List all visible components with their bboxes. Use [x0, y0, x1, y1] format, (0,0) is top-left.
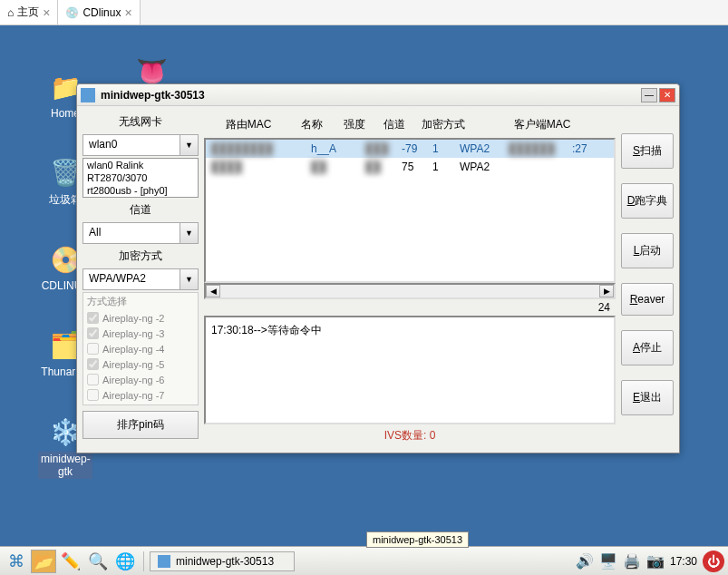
method-row: Aireplay-ng -4	[87, 341, 194, 356]
cell-signal: -79	[402, 142, 432, 155]
tongue-icon: 👅	[136, 56, 168, 86]
method-check	[87, 327, 99, 339]
nic-label: 无线网卡	[83, 112, 199, 132]
taskbar: ⌘ 📂 ✏️ 🔍 🌐 minidwep-gtk-30513 minidwep-g…	[0, 546, 728, 575]
scroll-left-icon[interactable]: ◀	[206, 285, 220, 297]
encryption-dropdown[interactable]: WPA/WPA2 ▼	[83, 268, 199, 290]
encryption-value: WPA/WPA2	[83, 269, 180, 289]
network-row[interactable]: ████████ h__A ███ -79 1 WPA2 ██████ :27	[206, 140, 614, 158]
volume-icon[interactable]: 🔊	[576, 552, 594, 570]
sort-pin-button[interactable]: 排序pin码	[83, 411, 199, 439]
row-count: 24	[204, 299, 616, 316]
th-name: 名称	[289, 117, 335, 132]
method-row: Aireplay-ng -3	[87, 326, 194, 341]
nic-option[interactable]: RT2870/3070	[83, 171, 198, 184]
reaver-button[interactable]: Reaver	[621, 283, 674, 316]
method-row: Aireplay-ng -7	[87, 387, 194, 403]
nic-value: wlan0	[83, 135, 180, 155]
task-icon	[158, 555, 170, 568]
chevron-down-icon[interactable]: ▼	[180, 223, 198, 243]
tray-icon[interactable]: 🖥️	[599, 552, 617, 570]
th-enc: 加密方式	[414, 117, 472, 132]
globe-icon[interactable]: 🌐	[112, 550, 138, 573]
method-check	[87, 374, 99, 385]
method-check	[87, 358, 99, 370]
separator	[143, 551, 144, 571]
method-label: Aireplay-ng -4	[102, 344, 164, 355]
close-icon[interactable]: ×	[43, 5, 50, 20]
window-title: minidwep-gtk-30513	[101, 89, 639, 102]
method-row: Aireplay-ng -2	[87, 310, 194, 326]
chevron-down-icon[interactable]: ▼	[180, 135, 198, 155]
tray-icon[interactable]: 🖨️	[623, 552, 641, 570]
clock[interactable]: 17:30	[670, 555, 697, 568]
taskbar-task[interactable]: minidwep-gtk-30513	[150, 551, 295, 571]
method-label: Aireplay-ng -6	[102, 375, 164, 385]
ivs-count: IVS数量: 0	[204, 424, 616, 447]
scroll-right-icon[interactable]: ▶	[599, 285, 614, 297]
h-scrollbar[interactable]: ◀ ▶	[204, 283, 616, 299]
titlebar[interactable]: minidwep-gtk-30513 — ✕	[77, 84, 679, 106]
nic-option[interactable]: rt2800usb - [phy0]	[83, 184, 198, 197]
th-signal: 强度	[335, 117, 374, 132]
scan-button[interactable]: S扫描	[621, 133, 674, 169]
cell-enc: WPA2	[460, 142, 509, 155]
group-title: 方式选择	[87, 295, 194, 308]
tab-home[interactable]: ⌂ 主页 ×	[0, 0, 58, 24]
home-icon: ⌂	[7, 6, 14, 19]
tab-label: CDlinux	[83, 6, 121, 19]
browser-tabs: ⌂ 主页 × 💿 CDlinux ×	[0, 0, 728, 25]
exit-button[interactable]: E退出	[621, 380, 674, 415]
start-icon[interactable]: ⌘	[4, 550, 29, 573]
window-icon	[81, 88, 95, 102]
search-icon[interactable]: 🔍	[85, 550, 111, 573]
method-label: Aireplay-ng -7	[102, 390, 164, 401]
log-line: 17:30:18-->等待命令中	[211, 323, 608, 338]
method-check	[87, 389, 99, 401]
channel-value: All	[83, 223, 180, 243]
icon-label: minidwep-gtk	[38, 452, 92, 479]
method-row: Aireplay-ng -5	[87, 356, 194, 372]
nic-option[interactable]: wlan0 Ralink	[83, 159, 198, 171]
channel-label: 信道	[83, 200, 199, 220]
nic-options[interactable]: wlan0 Ralink RT2870/3070 rt2800usb - [ph…	[83, 158, 199, 198]
power-icon[interactable]: ⏻	[703, 551, 724, 572]
cell-enc: WPA2	[460, 161, 509, 173]
tray-icon[interactable]: 📷	[646, 552, 665, 570]
chevron-down-icon[interactable]: ▼	[180, 269, 198, 289]
center-panel: 路由MAC 名称 强度 信道 加密方式 客户端MAC ████████ h__A…	[204, 112, 616, 447]
th-mac: 路由MAC	[208, 117, 289, 132]
nic-dropdown[interactable]: wlan0 ▼	[83, 134, 199, 156]
close-button[interactable]: ✕	[659, 88, 675, 102]
method-group: 方式选择 Aireplay-ng -2 Aireplay-ng -3 Airep…	[83, 292, 199, 405]
method-label: Aireplay-ng -3	[102, 328, 164, 339]
network-list[interactable]: ████████ h__A ███ -79 1 WPA2 ██████ :27 …	[204, 138, 616, 283]
method-check	[87, 343, 99, 355]
cell-channel: 1	[432, 142, 460, 155]
cell-name: h__A	[311, 142, 365, 155]
method-check	[87, 312, 99, 324]
table-header: 路由MAC 名称 强度 信道 加密方式 客户端MAC	[204, 112, 616, 138]
minimize-button[interactable]: —	[641, 88, 657, 102]
scroll-track[interactable]	[220, 285, 599, 297]
log-area: 17:30:18-->等待命令中	[204, 316, 616, 424]
close-icon[interactable]: ×	[124, 5, 131, 20]
tab-cdlinux[interactable]: 💿 CDlinux ×	[58, 0, 140, 24]
app-window: minidwep-gtk-30513 — ✕ 无线网卡 wlan0 ▼ wlan…	[76, 83, 680, 453]
cell-channel: 1	[432, 161, 460, 173]
disc-icon: 💿	[65, 6, 79, 19]
left-panel: 无线网卡 wlan0 ▼ wlan0 Ralink RT2870/3070 rt…	[83, 112, 199, 447]
files-icon[interactable]: 📂	[31, 550, 56, 573]
tab-label: 主页	[17, 5, 39, 20]
edit-icon[interactable]: ✏️	[58, 550, 83, 573]
method-row: Aireplay-ng -6	[87, 372, 194, 387]
network-row[interactable]: ████ ██ ██ 75 1 WPA2	[206, 158, 614, 176]
launch-button[interactable]: L启动	[621, 233, 674, 268]
channel-dropdown[interactable]: All ▼	[83, 222, 199, 244]
th-client: 客户端MAC	[472, 117, 612, 132]
right-panel: S扫描 D跑字典 L启动 Reaver A停止 E退出	[621, 112, 674, 447]
th-channel: 信道	[374, 117, 414, 132]
method-label: Aireplay-ng -2	[102, 313, 164, 324]
dict-button[interactable]: D跑字典	[621, 183, 674, 219]
stop-button[interactable]: A停止	[621, 330, 674, 365]
